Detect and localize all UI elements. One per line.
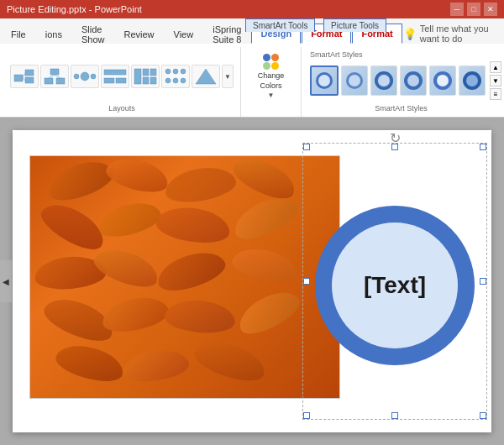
handle-tm[interactable] bbox=[391, 144, 398, 150]
change-colors-dropdown-icon: ▼ bbox=[268, 92, 275, 99]
tab-ispring[interactable]: iSpring Suite 8 bbox=[203, 24, 250, 44]
maximize-button[interactable]: □ bbox=[467, 3, 480, 16]
svg-rect-16 bbox=[134, 69, 141, 84]
color-circles bbox=[263, 54, 279, 70]
ribbon: ▼ Layouts ChangeColors ▼ x SmartArt Styl… bbox=[0, 44, 504, 118]
tab-slideshow[interactable]: Slide Show bbox=[72, 24, 114, 44]
svg-rect-2 bbox=[25, 77, 34, 83]
svg-rect-17 bbox=[143, 69, 149, 76]
circle-inner: [Text] bbox=[332, 222, 458, 348]
svg-rect-14 bbox=[104, 78, 114, 83]
layouts-buttons: ▼ bbox=[10, 49, 234, 104]
smartart-styles-group-label: SmartArt Styles bbox=[308, 49, 494, 60]
smartart-tools-label: SmartArt Tools bbox=[245, 18, 315, 32]
slide-area: ◀ bbox=[0, 118, 504, 445]
tab-review[interactable]: Review bbox=[114, 24, 163, 44]
slide-nav-left[interactable]: ◀ bbox=[0, 260, 12, 302]
smartart-text-placeholder[interactable]: [Text] bbox=[364, 272, 426, 299]
svg-point-35 bbox=[407, 75, 419, 86]
svg-rect-5 bbox=[50, 69, 59, 75]
almond-image bbox=[29, 155, 340, 399]
smartart-styles-row: ▲ ▼ ≡ bbox=[308, 60, 494, 102]
style-thumb-6[interactable] bbox=[459, 65, 486, 96]
svg-point-21 bbox=[165, 69, 171, 74]
handle-mr[interactable] bbox=[480, 278, 486, 285]
svg-marker-27 bbox=[196, 69, 216, 84]
ribbon-group-smartart-styles: SmartArt Styles bbox=[302, 47, 501, 117]
handle-br[interactable] bbox=[480, 412, 486, 419]
almond-bg bbox=[30, 156, 339, 398]
layout-btn-7[interactable] bbox=[192, 65, 220, 88]
layout-btn-6[interactable] bbox=[161, 65, 190, 88]
title-bar: Picture Editing.pptx - PowerPoint ─ □ ✕ bbox=[0, 0, 504, 18]
close-button[interactable]: ✕ bbox=[484, 3, 497, 16]
style-thumb-3[interactable] bbox=[370, 65, 397, 96]
svg-rect-20 bbox=[150, 77, 156, 84]
picture-tools-label: Picture Tools bbox=[323, 18, 386, 32]
tab-ions[interactable]: ions bbox=[36, 24, 71, 44]
layout-btn-3[interactable] bbox=[71, 65, 99, 88]
svg-line-4 bbox=[23, 78, 25, 81]
style-thumb-5[interactable] bbox=[429, 65, 456, 96]
svg-rect-13 bbox=[104, 70, 126, 75]
svg-rect-19 bbox=[150, 69, 156, 76]
styles-scroll-up[interactable]: ▲ bbox=[490, 61, 501, 73]
svg-point-10 bbox=[81, 72, 89, 81]
layout-btn-2[interactable] bbox=[40, 65, 69, 88]
tab-file[interactable]: File bbox=[2, 24, 35, 44]
ribbon-tabs-row: SmartArt Tools Picture Tools File ions S… bbox=[0, 18, 504, 44]
svg-rect-6 bbox=[45, 78, 53, 84]
tab-view[interactable]: View bbox=[165, 24, 203, 44]
handle-tl[interactable] bbox=[303, 144, 310, 150]
svg-rect-18 bbox=[143, 77, 149, 84]
minimize-button[interactable]: ─ bbox=[450, 3, 464, 16]
tell-me-area[interactable]: 💡 Tell me what you want to do bbox=[403, 24, 504, 44]
title-bar-controls: ─ □ ✕ bbox=[450, 3, 497, 16]
svg-point-25 bbox=[173, 78, 178, 83]
svg-line-9 bbox=[55, 75, 60, 78]
svg-rect-0 bbox=[14, 75, 23, 81]
layout-btn-1[interactable] bbox=[10, 65, 39, 88]
style-thumb-2[interactable] bbox=[341, 65, 368, 96]
layout-btn-4[interactable] bbox=[101, 65, 129, 88]
change-colors-button[interactable]: ChangeColors ▼ bbox=[248, 49, 294, 104]
svg-point-33 bbox=[378, 75, 390, 86]
svg-point-29 bbox=[318, 75, 330, 86]
tell-me-text: Tell me what you want to do bbox=[420, 24, 496, 44]
style-thumb-4[interactable] bbox=[400, 65, 427, 96]
svg-rect-7 bbox=[56, 78, 65, 84]
svg-point-38 bbox=[438, 76, 441, 79]
svg-line-3 bbox=[23, 73, 25, 78]
svg-point-22 bbox=[173, 69, 178, 74]
handle-tr[interactable] bbox=[480, 144, 486, 150]
ribbon-group-change-colors: ChangeColors ▼ x bbox=[241, 47, 302, 117]
handle-ml[interactable] bbox=[303, 278, 310, 285]
slide: ↻ [Text] bbox=[13, 130, 491, 432]
lightbulb-icon: 💡 bbox=[403, 28, 417, 40]
handle-bm[interactable] bbox=[391, 412, 398, 419]
ribbon-group-layouts: ▼ Layouts bbox=[3, 47, 241, 117]
style-thumb-1[interactable] bbox=[310, 65, 339, 96]
svg-rect-15 bbox=[116, 78, 126, 83]
layout-more-btn[interactable]: ▼ bbox=[222, 65, 234, 88]
svg-point-12 bbox=[91, 74, 96, 79]
svg-point-23 bbox=[181, 69, 186, 74]
circle-outer: [Text] bbox=[315, 206, 475, 365]
svg-point-26 bbox=[181, 78, 186, 83]
svg-point-11 bbox=[74, 74, 79, 79]
change-colors-label: ChangeColors bbox=[258, 71, 285, 91]
title-bar-text: Picture Editing.pptx - PowerPoint bbox=[7, 4, 450, 14]
handle-bl[interactable] bbox=[303, 412, 310, 419]
svg-point-31 bbox=[349, 75, 360, 86]
svg-rect-1 bbox=[25, 70, 34, 76]
svg-line-8 bbox=[49, 75, 55, 78]
layouts-group-label: Layouts bbox=[108, 104, 135, 115]
layout-btn-5[interactable] bbox=[131, 65, 160, 88]
svg-point-24 bbox=[165, 78, 171, 83]
styles-more[interactable]: ≡ bbox=[490, 88, 501, 100]
smartart-styles-label: SmartArt Styles bbox=[375, 104, 428, 115]
svg-point-40 bbox=[466, 75, 478, 86]
styles-scroll-down[interactable]: ▼ bbox=[490, 75, 501, 86]
smartart-overlay[interactable]: ↻ [Text] bbox=[307, 147, 483, 416]
styles-scroll-arrows: ▲ ▼ ≡ bbox=[490, 61, 501, 100]
